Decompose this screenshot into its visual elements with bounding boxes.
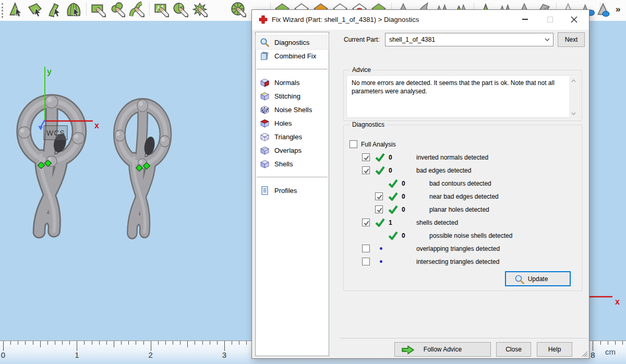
sidebar-item-noise-shells[interactable]: Noise Shells bbox=[256, 103, 329, 116]
minimize-button[interactable] bbox=[513, 10, 537, 29]
ruler-number: 2 bbox=[148, 350, 152, 359]
sidebar-item-holes[interactable]: Holes bbox=[256, 116, 329, 130]
close-icon bbox=[571, 16, 577, 23]
ruler-number: 0 bbox=[1, 350, 5, 359]
sidebar-item-overlaps[interactable]: Overlaps bbox=[256, 143, 329, 157]
sidebar-item-label: Combined Fix bbox=[274, 52, 316, 60]
mark-freeform-icon[interactable] bbox=[110, 2, 125, 17]
diagnostic-label: inverted normals detected bbox=[416, 154, 488, 161]
sidebar-item-normals[interactable]: Normals bbox=[256, 76, 329, 89]
mark-star-2-icon[interactable] bbox=[211, 2, 227, 17]
red-cross-icon bbox=[259, 15, 268, 24]
current-part-label: Current Part: bbox=[344, 36, 380, 43]
advice-textbox: No more errors are detected. It seems th… bbox=[346, 75, 579, 118]
full-analysis-checkbox[interactable] bbox=[350, 140, 357, 148]
close-button[interactable] bbox=[562, 10, 586, 29]
toolbar-overflow-chevron[interactable]: » bbox=[616, 4, 620, 15]
diagnostic-checkbox[interactable] bbox=[362, 219, 370, 226]
sidebar-item-profiles[interactable]: Profiles bbox=[256, 184, 329, 197]
diagnostic-checkbox[interactable] bbox=[362, 258, 370, 265]
ruler-tick bbox=[600, 341, 601, 345]
current-part-combobox[interactable]: shell_1_of_4381 bbox=[385, 33, 553, 46]
ruler-tick bbox=[232, 341, 232, 345]
point-triangle-icon[interactable] bbox=[595, 2, 610, 17]
diagnostic-count: 0 bbox=[402, 180, 429, 187]
ruler-tick bbox=[121, 341, 122, 345]
follow-advice-label: Follow Advice bbox=[424, 346, 462, 353]
ruler-tick bbox=[69, 341, 70, 345]
sidebar-separator bbox=[257, 69, 328, 69]
diagnostic-checkbox[interactable] bbox=[375, 192, 383, 200]
select-shell-icon[interactable] bbox=[66, 2, 81, 17]
resize-grip[interactable] bbox=[581, 350, 588, 357]
help-button[interactable]: Help bbox=[537, 342, 572, 357]
select-plane-icon[interactable] bbox=[27, 2, 43, 17]
mark-star-icon[interactable] bbox=[192, 2, 208, 17]
advice-scrollbar[interactable] bbox=[569, 76, 578, 118]
scroll-up-icon[interactable] bbox=[569, 76, 578, 85]
ruler-tick bbox=[593, 341, 593, 351]
sidebar-item-triangles[interactable]: Triangles bbox=[256, 130, 329, 143]
footer-separator bbox=[340, 338, 588, 338]
diagnostic-row: 0bad contours detected bbox=[362, 177, 581, 190]
next-button[interactable]: Next bbox=[558, 32, 585, 47]
cube-dots-icon bbox=[260, 105, 271, 114]
ruler-tick bbox=[25, 341, 26, 345]
maximize-button[interactable] bbox=[538, 10, 562, 29]
advice-text: No more errors are detected. It seems th… bbox=[352, 79, 564, 95]
green-check-icon bbox=[375, 166, 389, 175]
mark-wheel-icon[interactable] bbox=[231, 2, 246, 17]
cube-stitch-icon bbox=[260, 91, 271, 101]
ruler-tick bbox=[3, 341, 4, 351]
chevron-down-icon[interactable] bbox=[541, 38, 553, 41]
sidebar-item-label: Profiles bbox=[274, 187, 297, 195]
update-button[interactable]: Update bbox=[505, 271, 571, 286]
diagnostic-row: overlapping triangles detected bbox=[362, 242, 581, 255]
follow-advice-button[interactable]: Follow Advice bbox=[394, 342, 491, 357]
select-surface-icon[interactable] bbox=[46, 2, 62, 17]
ruler-unit: cm bbox=[605, 347, 616, 356]
mark-circle-icon[interactable] bbox=[173, 2, 188, 17]
cube-icon bbox=[260, 159, 271, 168]
diagnostic-checkbox[interactable] bbox=[362, 166, 370, 174]
sidebar-item-combined-fix[interactable]: Combined Fix bbox=[256, 49, 329, 63]
blue-dot-icon bbox=[375, 247, 389, 250]
sidebar-item-diagnostics[interactable]: Diagnostics bbox=[256, 35, 329, 49]
diagnostic-count: 0 bbox=[389, 167, 416, 174]
toolbar-drag-handle[interactable] bbox=[2, 3, 3, 18]
diagnostic-label: near bad edges detected bbox=[429, 193, 499, 200]
dialog-close-button[interactable]: Close bbox=[496, 342, 531, 357]
sidebar-item-stitching[interactable]: Stitching bbox=[256, 89, 329, 103]
mark-window-icon[interactable] bbox=[153, 2, 169, 17]
diagnostic-row: 0inverted normals detected bbox=[362, 151, 581, 164]
diagnostic-checkbox[interactable] bbox=[362, 153, 370, 161]
scroll-down-icon[interactable] bbox=[569, 109, 578, 118]
green-check-icon bbox=[388, 231, 402, 240]
dialog-titlebar[interactable]: Fix Wizard (Part: shell_1_of_4381) > Dia… bbox=[252, 10, 589, 30]
cube-wireframe-icon bbox=[260, 132, 271, 141]
ruler-tick bbox=[128, 341, 129, 345]
cube-overlap-icon bbox=[260, 145, 271, 155]
mark-rectangle-icon[interactable] bbox=[90, 2, 106, 17]
sidebar-item-label: Normals bbox=[274, 79, 299, 87]
sidebar-item-label: Shells bbox=[274, 160, 293, 168]
diagnostic-checkbox[interactable] bbox=[362, 245, 370, 252]
ruler-tick bbox=[10, 341, 11, 345]
sidebar-item-label: Stitching bbox=[274, 92, 300, 100]
green-arrow-icon bbox=[401, 345, 415, 355]
mark-curve-icon[interactable] bbox=[129, 2, 145, 17]
toolbar-separator bbox=[86, 3, 87, 16]
diagnostic-count: 0 bbox=[389, 154, 416, 161]
sidebar-item-shells[interactable]: Shells bbox=[256, 157, 329, 171]
diagnostic-checkbox[interactable] bbox=[375, 205, 383, 213]
document-icon bbox=[260, 186, 271, 195]
ruler-tick bbox=[246, 341, 247, 345]
checkbox-slot bbox=[375, 205, 388, 213]
checkbox-slot bbox=[362, 219, 375, 226]
diagnostic-row: 0planar holes detected bbox=[362, 203, 581, 216]
wizard-sidebar: DiagnosticsCombined FixNormalsStitchingN… bbox=[255, 32, 329, 356]
select-triangle-icon[interactable] bbox=[8, 2, 23, 17]
ruler-tick bbox=[62, 341, 63, 345]
ruler-tick bbox=[173, 341, 173, 345]
ruler-tick bbox=[158, 341, 159, 345]
